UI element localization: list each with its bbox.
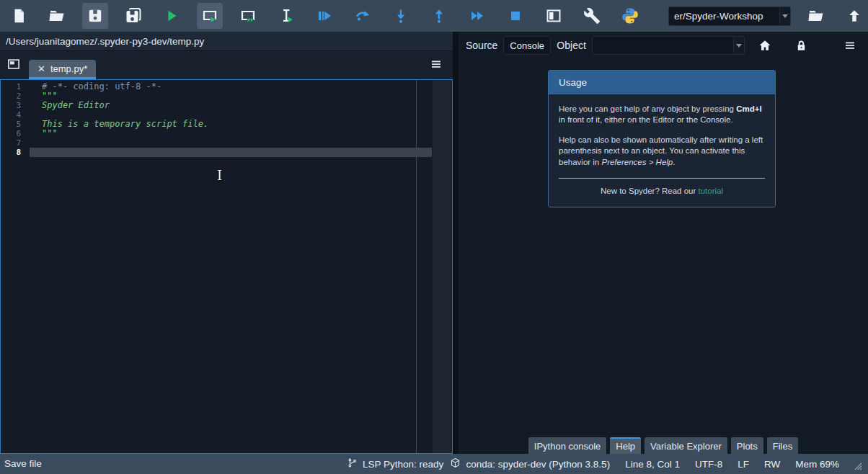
save-icon bbox=[87, 8, 103, 24]
help-content: Usage Here you can get help of any objec… bbox=[459, 59, 868, 435]
line-number: 7 bbox=[1, 138, 21, 148]
code-line: 1# -*- coding: utf-8 -*- bbox=[1, 82, 452, 91]
save-button[interactable] bbox=[82, 3, 108, 29]
pane-tab-bar: IPython consoleHelpVariable ExplorerPlot… bbox=[459, 435, 868, 454]
continue-button[interactable] bbox=[464, 3, 490, 29]
python-logo-icon bbox=[621, 7, 639, 24]
code-editor[interactable]: 1# -*- coding: utf-8 -*-2"""3Spyder Edit… bbox=[0, 79, 453, 454]
preferences-help-ref: Preferences > Help bbox=[601, 158, 673, 166]
working-directory-combobox[interactable]: er/Spyder-Workshop bbox=[668, 6, 791, 26]
code-line: 6""" bbox=[1, 129, 452, 138]
chevron-down-icon[interactable] bbox=[779, 7, 790, 25]
fast-forward-icon bbox=[469, 7, 486, 24]
arrow-up-icon bbox=[846, 8, 862, 24]
line-number: 8 bbox=[1, 148, 21, 157]
code-line: 7 bbox=[1, 138, 452, 148]
maximize-pane-button[interactable] bbox=[541, 3, 567, 29]
step-into-icon bbox=[392, 7, 409, 24]
close-tab-icon[interactable]: ✕ bbox=[37, 64, 45, 73]
new-file-icon bbox=[11, 8, 27, 24]
resize-grip[interactable] bbox=[854, 462, 862, 473]
usage-body: Here you can get help of any object by p… bbox=[549, 94, 775, 207]
main-toolbar: er/Spyder-Workshop bbox=[0, 0, 868, 32]
code-line: 5This is a temporary script file. bbox=[1, 120, 452, 129]
open-folder-icon bbox=[48, 7, 66, 24]
pane-tab-help[interactable]: Help bbox=[610, 437, 641, 454]
open-file-button[interactable] bbox=[44, 3, 70, 29]
stop-button[interactable] bbox=[502, 3, 528, 29]
eol-status: LF bbox=[738, 459, 749, 470]
lsp-status: LSP Python: ready bbox=[347, 454, 443, 474]
help-pane: Source Console Object Usage Here you can… bbox=[459, 32, 868, 454]
encoding-status: UTF-8 bbox=[695, 459, 722, 470]
source-combobox[interactable]: Console bbox=[503, 36, 551, 55]
run-selection-button[interactable] bbox=[273, 3, 299, 29]
pane-tab-files[interactable]: Files bbox=[767, 437, 798, 454]
open-working-directory-button[interactable] bbox=[803, 3, 829, 29]
package-cube-icon bbox=[450, 457, 461, 470]
pane-tab-variable-explorer[interactable]: Variable Explorer bbox=[645, 437, 727, 454]
browse-tabs-button[interactable] bbox=[6, 57, 21, 74]
chevron-down-icon[interactable] bbox=[550, 37, 551, 54]
run-cell-advance-button[interactable] bbox=[235, 3, 261, 29]
lsp-branch-icon bbox=[347, 457, 358, 470]
help-options-menu-button[interactable] bbox=[841, 36, 859, 55]
maximize-pane-icon bbox=[545, 7, 562, 24]
object-combobox[interactable] bbox=[592, 36, 745, 55]
readwrite-status: RW bbox=[764, 459, 780, 470]
usage-paragraph-2: Help can also be shown automatically aft… bbox=[559, 135, 765, 168]
object-label: Object bbox=[557, 40, 585, 51]
line-number: 2 bbox=[1, 91, 21, 101]
working-directory-value: er/Spyder-Workshop bbox=[669, 11, 779, 22]
step-return-icon bbox=[430, 7, 448, 24]
file-path-bar: /Users/juanitagomez/.spyder-py3-dev/temp… bbox=[0, 32, 453, 51]
run-icon bbox=[164, 8, 180, 24]
line-text: """ bbox=[30, 129, 432, 138]
line-text bbox=[30, 138, 432, 148]
source-value: Console bbox=[504, 40, 550, 51]
parent-directory-button[interactable] bbox=[841, 3, 867, 29]
step-over-button[interactable] bbox=[350, 3, 376, 29]
code-line: 8 bbox=[1, 148, 452, 157]
run-selection-icon bbox=[278, 7, 295, 24]
cursor-position-status: Line 8, Col 1 bbox=[625, 459, 680, 470]
status-bar: Save file LSP Python: ready conda: spyde… bbox=[0, 454, 868, 474]
wrench-icon bbox=[583, 7, 601, 24]
line-number: 3 bbox=[1, 101, 21, 110]
step-into-button[interactable] bbox=[388, 3, 414, 29]
line-number: 1 bbox=[1, 82, 21, 91]
usage-box: Usage Here you can get help of any objec… bbox=[548, 70, 776, 207]
editor-options-menu-button[interactable] bbox=[430, 58, 443, 73]
home-button[interactable] bbox=[756, 36, 774, 55]
line-number: 4 bbox=[1, 110, 21, 120]
divider bbox=[559, 178, 765, 179]
spyder-window: er/Spyder-Workshop /Users/juanitagomez/.… bbox=[0, 0, 868, 474]
run-cell-button[interactable] bbox=[197, 3, 223, 29]
conda-env-status: conda: spyder-dev (Python 3.8.5) bbox=[450, 457, 611, 470]
cmd-i-shortcut: Cmd+I bbox=[736, 104, 761, 113]
pane-tab-plots[interactable]: Plots bbox=[731, 437, 763, 454]
memory-status: Mem 69% bbox=[795, 459, 839, 470]
python-path-button[interactable] bbox=[617, 3, 643, 29]
usage-title: Usage bbox=[549, 71, 775, 94]
usage-paragraph-1: Here you can get help of any object by p… bbox=[559, 104, 765, 126]
lsp-status-text: LSP Python: ready bbox=[363, 459, 443, 470]
run-file-button[interactable] bbox=[159, 3, 185, 29]
pane-tab-ipython-console[interactable]: IPython console bbox=[528, 437, 607, 454]
chevron-down-icon[interactable] bbox=[733, 37, 744, 54]
tab-temp-py[interactable]: ✕ temp.py* bbox=[29, 60, 96, 79]
step-over-icon bbox=[354, 7, 371, 24]
lock-button[interactable] bbox=[792, 36, 810, 55]
preferences-button[interactable] bbox=[579, 3, 605, 29]
stop-icon bbox=[508, 8, 523, 24]
new-file-button[interactable] bbox=[6, 3, 32, 29]
editor-tab-bar: ✕ temp.py* bbox=[0, 51, 453, 79]
status-right-group: conda: spyder-dev (Python 3.8.5) Line 8,… bbox=[450, 454, 862, 474]
debug-file-button[interactable] bbox=[311, 3, 337, 29]
file-path: /Users/juanitagomez/.spyder-py3-dev/temp… bbox=[6, 36, 204, 47]
save-all-icon bbox=[125, 7, 142, 24]
save-all-button[interactable] bbox=[120, 3, 146, 29]
tutorial-link[interactable]: tutorial bbox=[699, 187, 724, 195]
step-return-button[interactable] bbox=[426, 3, 452, 29]
run-cell-advance-icon bbox=[239, 7, 257, 24]
